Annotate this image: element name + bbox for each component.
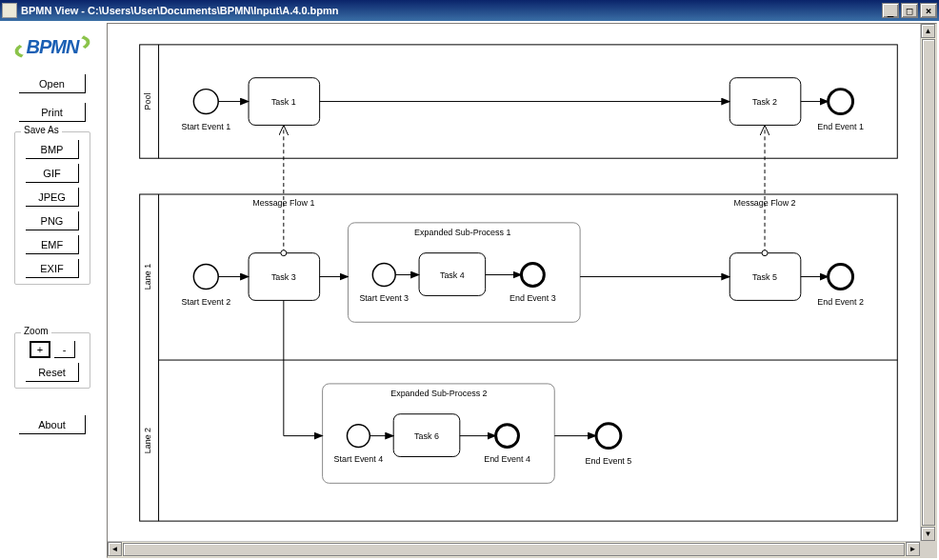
logo: BPMN bbox=[8, 29, 98, 65]
lane-2-label: Lane 2 bbox=[143, 428, 152, 453]
scroll-corner bbox=[920, 541, 936, 557]
app-icon bbox=[2, 3, 17, 18]
scroll-thumb-h[interactable] bbox=[123, 543, 905, 556]
end-event-5-label: End Event 5 bbox=[586, 456, 632, 466]
minimize-button[interactable]: _ bbox=[882, 3, 899, 18]
end-event-4 bbox=[496, 425, 519, 448]
start-event-2-label: Start Event 2 bbox=[181, 297, 230, 307]
start-event-2 bbox=[193, 265, 218, 290]
end-event-3-label: End Event 3 bbox=[509, 293, 556, 303]
task-1-label: Task 1 bbox=[271, 97, 296, 107]
msg-flow-2-label: Message Flow 2 bbox=[734, 198, 796, 208]
zoom-reset-button[interactable]: Reset bbox=[26, 363, 79, 382]
scroll-down-icon[interactable]: ▼ bbox=[921, 527, 935, 541]
task-3-label: Task 3 bbox=[271, 272, 296, 282]
png-button[interactable]: PNG bbox=[26, 211, 79, 230]
gif-button[interactable]: GIF bbox=[26, 164, 79, 183]
start-event-4-label: Start Event 4 bbox=[334, 454, 384, 464]
jpeg-button[interactable]: JPEG bbox=[26, 188, 79, 207]
sub-1-label: Expanded Sub-Process 1 bbox=[414, 228, 510, 237]
task-6-label: Task 6 bbox=[414, 431, 439, 441]
scroll-right-icon[interactable]: ► bbox=[906, 542, 920, 556]
task-4-label: Task 4 bbox=[440, 270, 465, 280]
zoom-out-button[interactable]: - bbox=[54, 341, 75, 358]
lane-1-label: Lane 1 bbox=[143, 264, 152, 290]
logo-text: BPMN bbox=[27, 36, 79, 58]
start-event-1-label: Start Event 1 bbox=[181, 122, 230, 131]
maximize-button[interactable]: □ bbox=[901, 3, 918, 18]
zoom-label: Zoom bbox=[21, 326, 51, 336]
start-event-3-label: Start Event 3 bbox=[359, 293, 409, 303]
sidebar: BPMN Open Print Save As BMP GIF JPEG PNG… bbox=[0, 21, 105, 560]
pool-label: Pool bbox=[143, 93, 152, 110]
open-button[interactable]: Open bbox=[19, 74, 86, 93]
zoom-group: Zoom + - Reset bbox=[14, 332, 90, 389]
diagram-canvas[interactable]: Pool Start Event 1 Task 1 Task 2 End Eve… bbox=[108, 24, 920, 541]
end-event-3 bbox=[521, 264, 544, 287]
print-button[interactable]: Print bbox=[19, 103, 86, 122]
canvas-container: Pool Start Event 1 Task 1 Task 2 End Eve… bbox=[107, 23, 937, 558]
task-5-label: Task 5 bbox=[752, 272, 777, 282]
task-2-label: Task 2 bbox=[752, 97, 777, 107]
horizontal-scrollbar[interactable]: ◄ ► bbox=[108, 541, 920, 557]
end-event-5 bbox=[596, 424, 621, 449]
save-as-label: Save As bbox=[21, 125, 62, 135]
exif-button[interactable]: EXIF bbox=[26, 259, 79, 278]
title-bar: BPMN View - C:\Users\User\Documents\BPMN… bbox=[0, 0, 939, 21]
scroll-thumb-v[interactable] bbox=[922, 39, 935, 526]
start-event-4 bbox=[347, 425, 370, 448]
sub-2-label: Expanded Sub-Process 2 bbox=[390, 389, 487, 398]
zoom-in-button[interactable]: + bbox=[30, 341, 50, 358]
end-event-2-label: End Event 2 bbox=[817, 297, 864, 307]
scroll-left-icon[interactable]: ◄ bbox=[108, 542, 122, 556]
vertical-scrollbar[interactable]: ▲ ▼ bbox=[920, 24, 936, 541]
bmp-button[interactable]: BMP bbox=[26, 140, 79, 159]
scroll-up-icon[interactable]: ▲ bbox=[921, 24, 935, 38]
emf-button[interactable]: EMF bbox=[26, 235, 79, 254]
end-event-2 bbox=[829, 265, 853, 290]
end-event-1-label: End Event 1 bbox=[817, 122, 864, 131]
about-button[interactable]: About bbox=[19, 415, 86, 434]
start-event-3 bbox=[372, 264, 395, 287]
window-title: BPMN View - C:\Users\User\Documents\BPMN… bbox=[21, 5, 882, 16]
end-event-1 bbox=[829, 90, 853, 114]
close-button[interactable]: × bbox=[920, 3, 937, 18]
save-as-group: Save As BMP GIF JPEG PNG EMF EXIF bbox=[14, 131, 90, 285]
end-event-4-label: End Event 4 bbox=[484, 454, 530, 464]
msg-flow-1-label: Message Flow 1 bbox=[252, 198, 314, 208]
start-event-1 bbox=[193, 90, 218, 114]
